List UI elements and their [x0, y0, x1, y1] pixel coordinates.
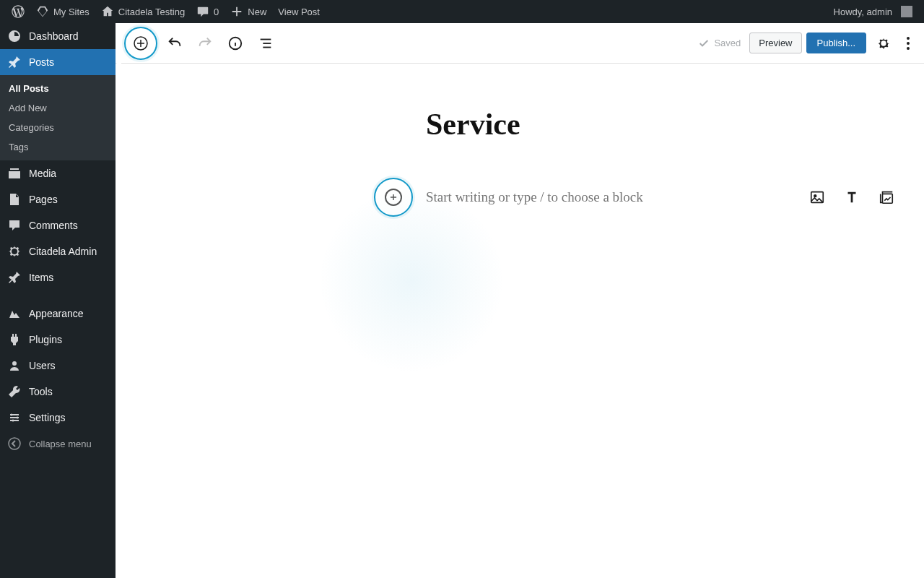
menu-items-label: Items [29, 272, 53, 283]
add-block-button[interactable] [128, 30, 154, 56]
svg-rect-6 [261, 38, 271, 40]
menu-tools-label: Tools [29, 386, 53, 397]
my-sites-label: My Sites [53, 7, 90, 17]
collapse-icon [7, 436, 22, 451]
menu-tools[interactable]: Tools [0, 379, 116, 405]
appearance-icon [7, 306, 22, 321]
comment-icon [196, 5, 209, 18]
saved-label: Saved [714, 38, 741, 48]
menu-citadela-label: Citadela Admin [29, 246, 97, 257]
admin-sidebar: Dashboard Posts All Posts Add New Catego… [0, 23, 116, 578]
menu-settings[interactable]: Settings [0, 405, 116, 431]
tools-icon [7, 384, 22, 399]
menu-posts[interactable]: Posts [0, 49, 116, 75]
comment-icon [7, 218, 22, 233]
plus-icon [230, 5, 243, 18]
view-post-link[interactable]: View Post [272, 0, 326, 23]
home-icon [101, 5, 114, 18]
site-name-menu[interactable]: Citadela Testing [95, 0, 191, 23]
svg-point-10 [814, 195, 816, 197]
editor-toolbar: Saved Preview Publish... [116, 23, 924, 64]
menu-citadela[interactable]: Citadela Admin [0, 238, 116, 264]
menu-settings-label: Settings [29, 412, 66, 423]
menu-comments-label: Comments [29, 220, 78, 231]
comment-count: 0 [214, 7, 219, 17]
menu-appearance[interactable]: Appearance [0, 301, 116, 327]
menu-plugins-label: Plugins [29, 334, 62, 345]
menu-dashboard[interactable]: Dashboard [0, 23, 116, 49]
settings-toggle[interactable] [871, 30, 897, 56]
menu-items[interactable]: Items [0, 264, 116, 290]
menu-media[interactable]: Media [0, 160, 116, 186]
submenu-tags[interactable]: Tags [0, 137, 116, 157]
submenu-all-posts[interactable]: All Posts [0, 79, 116, 98]
undo-button[interactable] [162, 30, 188, 56]
heading-block-shortcut[interactable] [843, 189, 860, 206]
image-block-shortcut[interactable] [808, 189, 826, 206]
site-name-label: Citadela Testing [118, 7, 185, 17]
save-status: Saved [698, 38, 741, 49]
new-label: New [248, 7, 266, 17]
plugin-icon [7, 332, 22, 347]
more-menu[interactable] [901, 31, 915, 56]
preview-button[interactable]: Preview [749, 33, 801, 53]
new-content-menu[interactable]: New [225, 0, 272, 23]
block-editor: Saved Preview Publish... Service Start [116, 23, 924, 578]
submenu-categories[interactable]: Categories [0, 118, 116, 137]
multisite-icon [36, 5, 49, 18]
gallery-block-shortcut[interactable] [878, 189, 895, 206]
svg-point-3 [9, 438, 20, 449]
svg-rect-11 [883, 194, 893, 203]
pin-icon [7, 270, 22, 285]
svg-rect-8 [263, 46, 271, 48]
menu-pages-label: Pages [29, 194, 58, 205]
view-post-label: View Post [278, 7, 320, 17]
menu-pages[interactable]: Pages [0, 186, 116, 212]
svg-point-2 [12, 420, 14, 422]
account-menu[interactable]: Howdy, admin [828, 0, 918, 23]
admin-bar: My Sites Citadela Testing 0 New View Pos… [0, 0, 924, 23]
block-placeholder[interactable]: Start writing or type / to choose a bloc… [426, 189, 796, 205]
menu-dashboard-label: Dashboard [29, 30, 79, 42]
avatar [901, 6, 912, 17]
outline-button[interactable] [253, 30, 279, 56]
collapse-menu[interactable]: Collapse menu [0, 431, 116, 457]
howdy-label: Howdy, admin [834, 7, 892, 17]
dashboard-icon [7, 29, 22, 43]
publish-button[interactable]: Publish... [806, 33, 866, 53]
menu-appearance-label: Appearance [29, 308, 84, 319]
info-button[interactable] [222, 30, 248, 56]
submenu-add-new[interactable]: Add New [0, 98, 116, 118]
submenu-posts: All Posts Add New Categories Tags [0, 75, 116, 160]
users-icon [7, 358, 22, 373]
inline-add-block-highlight [374, 178, 413, 217]
menu-posts-label: Posts [29, 56, 54, 68]
gear-icon [7, 244, 22, 259]
wordpress-icon [12, 5, 25, 18]
svg-point-1 [17, 417, 19, 419]
menu-comments[interactable]: Comments [0, 212, 116, 238]
add-block-button-highlight [124, 27, 157, 60]
media-icon [7, 166, 22, 181]
wp-logo-menu[interactable] [6, 0, 30, 23]
settings-icon [7, 410, 22, 425]
menu-users-label: Users [29, 360, 56, 371]
collapse-label: Collapse menu [29, 439, 92, 449]
svg-rect-7 [263, 43, 271, 44]
comments-menu[interactable]: 0 [191, 0, 225, 23]
my-sites-menu[interactable]: My Sites [30, 0, 95, 23]
menu-media-label: Media [29, 168, 56, 179]
menu-users[interactable]: Users [0, 353, 116, 379]
page-icon [7, 192, 22, 207]
inline-add-block-button[interactable] [385, 189, 402, 206]
svg-point-0 [11, 414, 13, 416]
post-title[interactable]: Service [426, 107, 924, 142]
redo-button[interactable] [192, 30, 218, 56]
pin-icon [7, 55, 22, 69]
menu-plugins[interactable]: Plugins [0, 327, 116, 353]
